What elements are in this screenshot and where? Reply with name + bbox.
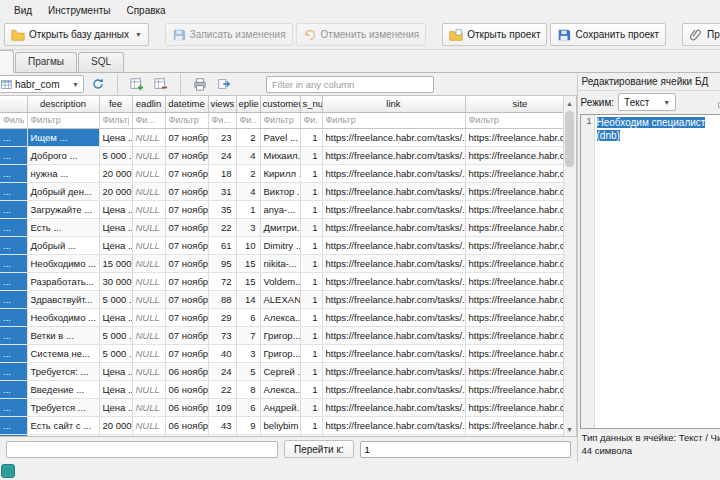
scroll-up-icon[interactable]: ▲	[563, 96, 576, 110]
cell-deadline[interactable]: NULL	[132, 362, 165, 380]
cell-description[interactable]: Здравствуйт...	[27, 290, 99, 308]
cell-fee[interactable]: 5 000 ...	[99, 326, 132, 344]
cell-replies[interactable]: 3	[236, 434, 260, 437]
cell-editor-textarea[interactable]: 1 Необходим специалист (dnb)	[580, 114, 720, 429]
cell-views[interactable]: 22	[208, 218, 236, 236]
vertical-scrollbar[interactable]: ▲ ▼	[563, 96, 576, 436]
cell-customer[interactable]: Сергей ...	[260, 362, 300, 380]
cell-description[interactable]: Необходимо ...	[27, 254, 99, 272]
cell-replies[interactable]: 9	[236, 416, 260, 434]
goto-button[interactable]: Перейти к:	[284, 440, 354, 458]
cell-fee[interactable]: Цена ...	[99, 236, 132, 254]
cell-datetime[interactable]: 07 ноябр...	[165, 308, 208, 326]
cell-description[interactable]: Ищем ...	[27, 434, 99, 437]
cell-fee[interactable]: Цена ...	[99, 398, 132, 416]
cell-deadline[interactable]: NULL	[132, 146, 165, 164]
cell-fee[interactable]: Цена ...	[99, 128, 132, 146]
cell-fee[interactable]: Цена ...	[99, 308, 132, 326]
cell-replies[interactable]: 15	[236, 254, 260, 272]
cell-datetime[interactable]: 06 ноябр...	[165, 416, 208, 434]
cell-link[interactable]: https://freelance.habr.com/tasks/...	[322, 254, 465, 272]
cell-num[interactable]: 1	[300, 416, 322, 434]
cell-replies[interactable]: 15	[236, 272, 260, 290]
cell-num[interactable]: 1	[300, 200, 322, 218]
cell-title[interactable]: ...	[0, 200, 27, 218]
cell-views[interactable]: 72	[208, 434, 236, 437]
cell-customer[interactable]: beliybim	[260, 416, 300, 434]
cell-link[interactable]: https://freelance.habr.com/tasks/...	[322, 344, 465, 362]
cell-datetime[interactable]: 07 ноябр...	[165, 236, 208, 254]
cell-views[interactable]: 22	[208, 380, 236, 398]
cell-title[interactable]: ...	[0, 326, 27, 344]
open-db-button[interactable]: Открыть базу данных ▼	[4, 23, 149, 46]
cell-site[interactable]: https://freelance.habr.com	[465, 200, 575, 218]
cell-link[interactable]: https://freelance.habr.com/tasks/...	[322, 434, 465, 437]
cell-customer[interactable]: Кирилл ...	[260, 164, 300, 182]
cell-site[interactable]: https://freelance.habr.com	[465, 236, 575, 254]
mode-selector[interactable]: Текст ▼	[618, 93, 676, 111]
menu-view[interactable]: Вид	[6, 3, 40, 18]
column-filter-input[interactable]	[28, 113, 99, 128]
scrollbar-thumb[interactable]	[565, 111, 574, 167]
cell-replies[interactable]: 4	[236, 182, 260, 200]
cell-replies[interactable]: 1	[236, 200, 260, 218]
cell-site[interactable]: https://freelance.habr.com	[465, 146, 575, 164]
column-header-views[interactable]: views	[208, 96, 236, 112]
cell-deadline[interactable]: NULL	[132, 236, 165, 254]
column-filter-input[interactable]	[301, 113, 322, 128]
cell-replies[interactable]: 4	[236, 146, 260, 164]
cell-num[interactable]: 1	[300, 362, 322, 380]
cell-views[interactable]: 61	[208, 236, 236, 254]
cell-deadline[interactable]: NULL	[132, 308, 165, 326]
cell-description[interactable]: Добрый ...	[27, 236, 99, 254]
cell-datetime[interactable]: 07 ноябр...	[165, 164, 208, 182]
cell-site[interactable]: https://freelance.habr.com	[465, 380, 575, 398]
global-filter-input[interactable]	[266, 76, 434, 93]
cell-link[interactable]: https://freelance.habr.com/tasks/...	[322, 290, 465, 308]
cell-replies[interactable]: 3	[236, 218, 260, 236]
cell-views[interactable]: 43	[208, 416, 236, 434]
column-header-link[interactable]: link	[322, 96, 465, 112]
cell-site[interactable]: https://freelance.habr.com	[465, 218, 575, 236]
cell-title[interactable]: ...	[0, 146, 27, 164]
cell-customer[interactable]: Pavel ...	[260, 128, 300, 146]
cell-customer[interactable]: Григор...	[260, 344, 300, 362]
open-project-button[interactable]: Открыть проект	[442, 23, 547, 46]
column-header-eplie[interactable]: eplie	[236, 96, 260, 112]
column-header-datetime[interactable]: datetime	[165, 96, 208, 112]
cell-fee[interactable]: Цена ...	[99, 434, 132, 437]
column-filter-input[interactable]	[323, 113, 465, 128]
cell-datetime[interactable]: 07 ноябр...	[165, 128, 208, 146]
cell-fee[interactable]: 20 000 ...	[99, 182, 132, 200]
cell-num[interactable]: 1	[300, 326, 322, 344]
cell-deadline[interactable]: NULL	[132, 254, 165, 272]
cell-site[interactable]: https://freelance.habr.com	[465, 254, 575, 272]
cell-description[interactable]: Требуется: ...	[27, 362, 99, 380]
cell-views[interactable]: 24	[208, 146, 236, 164]
cell-datetime[interactable]: 06 ноябр...	[165, 362, 208, 380]
cell-num[interactable]: 1	[300, 182, 322, 200]
column-filter-input[interactable]	[166, 113, 208, 128]
cell-views[interactable]: 73	[208, 326, 236, 344]
cell-deadline[interactable]: NULL	[132, 344, 165, 362]
cell-link[interactable]: https://freelance.habr.com/tasks/...	[322, 380, 465, 398]
cell-deadline[interactable]: NULL	[132, 398, 165, 416]
scroll-down-icon[interactable]: ▼	[563, 422, 576, 436]
cell-site[interactable]: https://freelance.habr.com	[465, 362, 575, 380]
cell-description[interactable]: Загружайте ...	[27, 200, 99, 218]
cell-description[interactable]: Требуется ...	[27, 398, 99, 416]
cell-num[interactable]: 1	[300, 146, 322, 164]
cell-description[interactable]: Есть ...	[27, 218, 99, 236]
cell-site[interactable]: https://freelance.habr.com	[465, 182, 575, 200]
cell-num[interactable]: 1	[300, 398, 322, 416]
cell-views[interactable]: 88	[208, 290, 236, 308]
cell-replies[interactable]: 14	[236, 290, 260, 308]
cell-replies[interactable]: 7	[236, 326, 260, 344]
cell-link[interactable]: https://freelance.habr.com/tasks/...	[322, 416, 465, 434]
cell-site[interactable]: https://freelance.habr.com	[465, 128, 575, 146]
cell-customer[interactable]: Дмитри...	[260, 218, 300, 236]
cell-num[interactable]: 1	[300, 164, 322, 182]
cell-views[interactable]: 95	[208, 254, 236, 272]
column-header-site[interactable]: site	[465, 96, 575, 112]
cell-num[interactable]: 1	[300, 128, 322, 146]
